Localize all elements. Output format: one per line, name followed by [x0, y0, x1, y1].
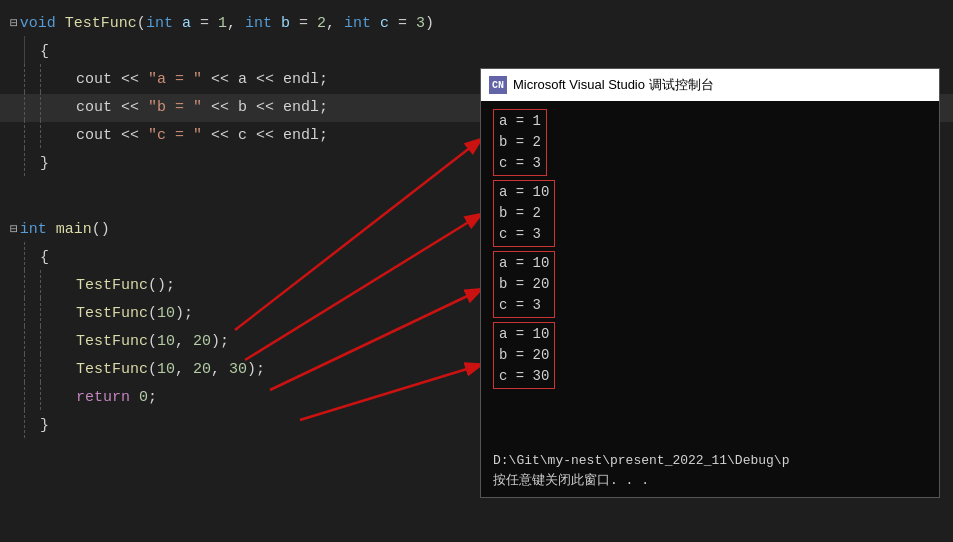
output-line: b = 20 — [499, 345, 549, 366]
fn-main: main — [56, 216, 92, 244]
output-line: a = 10 — [499, 182, 549, 203]
console-body: a = 1 b = 2 c = 3 a = 10 b = 2 c = 3 a =… — [481, 101, 939, 445]
collapse-main-btn[interactable]: ⊟ — [10, 216, 18, 244]
output-line: c = 3 — [499, 295, 549, 316]
console-titlebar: CN Microsoft Visual Studio 调试控制台 — [481, 69, 939, 101]
console-app-icon: CN — [489, 76, 507, 94]
kw-void: void — [20, 10, 65, 38]
output-group-2: a = 10 b = 2 c = 3 — [493, 180, 555, 247]
output-line: b = 2 — [499, 203, 549, 224]
code-line-2: { — [0, 38, 953, 66]
collapse-func-btn[interactable]: ⊟ — [10, 10, 18, 38]
output-group-4: a = 10 b = 20 c = 30 — [493, 322, 555, 389]
output-line: a = 10 — [499, 324, 549, 345]
fn-testfunc: TestFunc — [65, 10, 137, 38]
output-group-1: a = 1 b = 2 c = 3 — [493, 109, 547, 176]
output-line: a = 10 — [499, 253, 549, 274]
output-line: c = 3 — [499, 153, 541, 174]
code-line-1: ⊟ void TestFunc(int a = 1, int b = 2, in… — [0, 10, 953, 38]
output-line: c = 30 — [499, 366, 549, 387]
output-line: a = 1 — [499, 111, 541, 132]
output-group-3: a = 10 b = 20 c = 3 — [493, 251, 555, 318]
kw-int: int — [20, 216, 56, 244]
console-footer-path: D:\Git\my-nest\present_2022_11\Debug\p — [493, 451, 927, 471]
console-footer: D:\Git\my-nest\present_2022_11\Debug\p 按… — [481, 445, 939, 497]
console-title: Microsoft Visual Studio 调试控制台 — [513, 76, 931, 94]
output-line: c = 3 — [499, 224, 549, 245]
console-window: CN Microsoft Visual Studio 调试控制台 a = 1 b… — [480, 68, 940, 498]
console-footer-prompt: 按任意键关闭此窗口. . . — [493, 471, 927, 491]
output-line: b = 2 — [499, 132, 541, 153]
output-line: b = 20 — [499, 274, 549, 295]
